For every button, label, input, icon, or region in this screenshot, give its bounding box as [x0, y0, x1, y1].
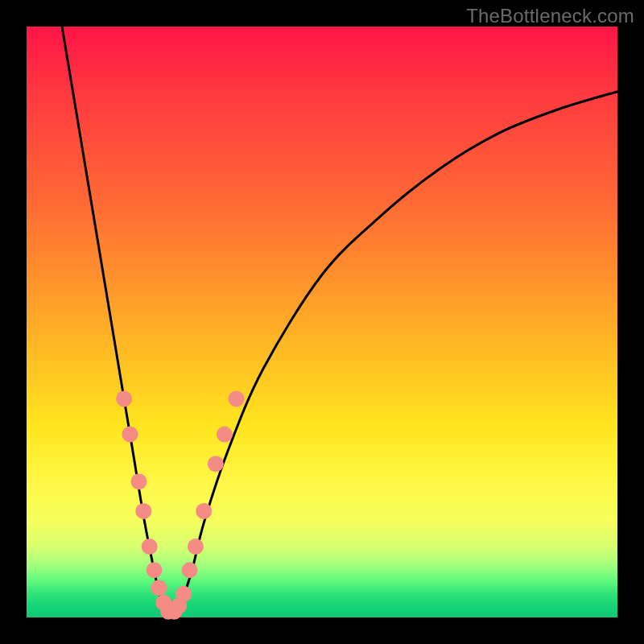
highlight-dot — [130, 473, 147, 489]
highlight-dot — [147, 562, 163, 578]
highlight-dots — [116, 390, 244, 619]
curve-path — [62, 27, 617, 619]
highlight-dot — [208, 456, 224, 472]
chart-frame: TheBottleneck.com — [0, 0, 644, 644]
highlight-dot — [116, 390, 132, 407]
curve-layer — [27, 27, 617, 617]
highlight-dot — [182, 562, 198, 578]
highlight-dot — [217, 426, 233, 442]
bottleneck-curve — [62, 27, 617, 619]
highlight-dot — [196, 503, 212, 519]
highlight-dot — [229, 390, 245, 407]
watermark-text: TheBottleneck.com — [466, 5, 634, 27]
highlight-dot — [188, 539, 204, 555]
highlight-dot — [122, 426, 138, 442]
highlight-dot — [151, 580, 167, 596]
highlight-dot — [142, 539, 158, 555]
highlight-dot — [175, 586, 192, 602]
highlight-dot — [135, 503, 151, 519]
